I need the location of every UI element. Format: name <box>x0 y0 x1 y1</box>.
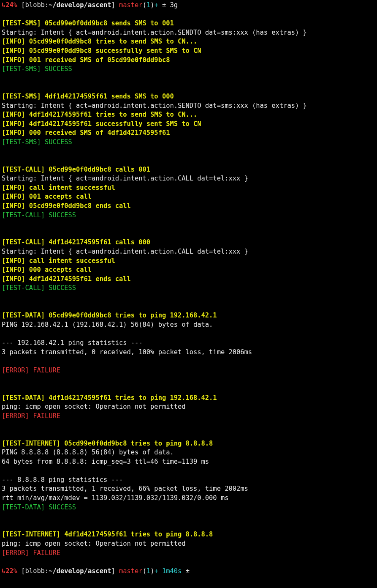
terminal-line <box>2 466 375 476</box>
terminal-line: [TEST-SMS] 4df1d42174595f61 sends SMS to… <box>2 92 375 101</box>
terminal-text: 3 packets transmitted, 0 received, 100% … <box>2 348 252 356</box>
terminal-text: ] <box>111 567 119 575</box>
terminal-line: [TEST-DATA] 4df1d42174595f61 tries to pi… <box>2 394 375 403</box>
terminal-text: ~/develop/ascent <box>49 567 111 575</box>
terminal-text: [INFO] call intent successful <box>2 257 115 265</box>
terminal-line: 3 packets transmitted, 1 received, 66% p… <box>2 484 375 494</box>
terminal-text: 1 <box>146 567 150 575</box>
terminal-line <box>2 512 375 521</box>
terminal-text: [INFO] 000 received SMS of 4df1d42174595… <box>2 129 170 137</box>
terminal-line <box>2 329 375 339</box>
terminal-line: ↳22% [blobb:~/develop/ascent] master(1)+… <box>2 567 375 576</box>
terminal-line <box>2 74 375 83</box>
terminal-line <box>2 147 375 156</box>
terminal-line: [INFO] 001 accepts call <box>2 192 375 202</box>
terminal-text: Starting: Intent { act=android.intent.ac… <box>2 102 307 109</box>
terminal-line: [TEST-DATA] 05cd99e0f0dd9bc8 tries to pi… <box>2 311 375 320</box>
terminal-line <box>2 10 375 19</box>
terminal-line: --- 192.168.42.1 ping statistics --- <box>2 339 375 348</box>
terminal-line: [TEST-SMS] SUCCESS <box>2 138 375 147</box>
terminal-line: Starting: Intent { act=android.intent.ac… <box>2 247 375 257</box>
terminal-line <box>2 558 375 567</box>
terminal-text: Starting: Intent { act=android.intent.ac… <box>2 29 307 36</box>
terminal-text: ] <box>111 1 119 9</box>
terminal-line: Starting: Intent { act=android.intent.ac… <box>2 101 375 111</box>
terminal-line: [TEST-CALL] SUCCESS <box>2 284 375 293</box>
terminal-line: [INFO] 05cd99e0f0dd9bc8 successfully sen… <box>2 46 375 56</box>
terminal-line: Starting: Intent { act=android.intent.ac… <box>2 174 375 183</box>
terminal-text: ↳24% <box>2 1 17 9</box>
terminal-text: [TEST-DATA] SUCCESS <box>2 503 76 511</box>
terminal-line: [TEST-DATA] SUCCESS <box>2 503 375 512</box>
terminal-output[interactable]: ↳24% [blobb:~/develop/ascent] master(1)+… <box>0 0 377 577</box>
terminal-line <box>2 293 375 302</box>
terminal-text: [ERROR] FAILURE <box>2 366 60 374</box>
terminal-text: [TEST-SMS] 4df1d42174595f61 sends SMS to… <box>2 93 174 100</box>
terminal-text: [TEST-CALL] SUCCESS <box>2 211 76 219</box>
terminal-line: ping: icmp open socket: Operation not pe… <box>2 539 375 549</box>
terminal-line: Starting: Intent { act=android.intent.ac… <box>2 28 375 38</box>
terminal-line <box>2 375 375 384</box>
terminal-line <box>2 302 375 312</box>
terminal-text: [INFO] 4df1d42174595f61 successfully sen… <box>2 120 201 128</box>
terminal-line <box>2 83 375 92</box>
terminal-line: [ERROR] FAILURE <box>2 366 375 375</box>
terminal-text: --- 8.8.8.8 ping statistics --- <box>2 476 123 484</box>
terminal-text: [blobb: <box>17 567 49 575</box>
terminal-line: [INFO] 4df1d42174595f61 tries to send SM… <box>2 110 375 120</box>
terminal-text: [INFO] 05cd99e0f0dd9bc8 successfully sen… <box>2 47 201 55</box>
terminal-text: [INFO] 05cd99e0f0dd9bc8 ends call <box>2 202 131 210</box>
terminal-line: 64 bytes from 8.8.8.8: icmp_seq=3 ttl=46… <box>2 457 375 467</box>
terminal-line <box>2 357 375 366</box>
terminal-text: rtt min/avg/max/mdev = 1139.032/1139.032… <box>2 494 228 502</box>
terminal-text: [TEST-INTERNET] 05cd99e0f0dd9bc8 tries t… <box>2 440 213 447</box>
terminal-text: [ERROR] FAILURE <box>2 412 60 420</box>
terminal-line <box>2 229 375 238</box>
terminal-text: --- 192.168.42.1 ping statistics --- <box>2 339 143 347</box>
terminal-line: ping: icmp open socket: Operation not pe… <box>2 402 375 412</box>
terminal-line: PING 8.8.8.8 (8.8.8.8) 56(84) bytes of d… <box>2 448 375 457</box>
terminal-line <box>2 421 375 430</box>
terminal-text: [INFO] 05cd99e0f0dd9bc8 tries to send SM… <box>2 38 197 45</box>
terminal-line: [INFO] call intent successful <box>2 183 375 193</box>
terminal-text: [ERROR] FAILURE <box>2 549 60 557</box>
terminal-text: [TEST-CALL] 4df1d42174595f61 calls 000 <box>2 238 150 246</box>
terminal-line <box>2 521 375 531</box>
terminal-line <box>2 220 375 229</box>
terminal-text: ↳22% <box>2 567 17 575</box>
terminal-text: Starting: Intent { act=android.intent.ac… <box>2 248 248 255</box>
terminal-line <box>2 156 375 165</box>
terminal-text: ± <box>182 567 190 575</box>
terminal-line: [TEST-INTERNET] 05cd99e0f0dd9bc8 tries t… <box>2 439 375 449</box>
terminal-text: [TEST-SMS] 05cd99e0f0dd9bc8 sends SMS to… <box>2 19 174 27</box>
terminal-line: [TEST-SMS] 05cd99e0f0dd9bc8 sends SMS to… <box>2 19 375 28</box>
terminal-text: [INFO] 4df1d42174595f61 ends call <box>2 275 131 283</box>
terminal-text: [INFO] call intent successful <box>2 184 115 191</box>
terminal-line: PING 192.168.42.1 (192.168.42.1) 56(84) … <box>2 320 375 330</box>
terminal-line: [ERROR] FAILURE <box>2 549 375 558</box>
terminal-text: [TEST-INTERNET] 4df1d42174595f61 tries t… <box>2 531 213 538</box>
terminal-text: [TEST-CALL] 05cd99e0f0dd9bc8 calls 001 <box>2 166 150 173</box>
terminal-line: [INFO] 05cd99e0f0dd9bc8 tries to send SM… <box>2 37 375 46</box>
terminal-line: [INFO] 000 accepts call <box>2 265 375 275</box>
terminal-text: [INFO] 000 accepts call <box>2 266 92 273</box>
terminal-text: ping: icmp open socket: Operation not pe… <box>2 403 186 410</box>
terminal-text: [INFO] 001 accepts call <box>2 193 92 200</box>
terminal-text: 64 bytes from 8.8.8.8: icmp_seq=3 ttl=46… <box>2 458 209 465</box>
terminal-text: ( <box>143 1 146 9</box>
terminal-text: 3 packets transmitted, 1 received, 66% p… <box>2 485 248 492</box>
terminal-line <box>2 384 375 394</box>
terminal-line: rtt min/avg/max/mdev = 1139.032/1139.032… <box>2 494 375 503</box>
terminal-text: [TEST-DATA] 05cd99e0f0dd9bc8 tries to pi… <box>2 312 217 319</box>
terminal-line: [ERROR] FAILURE <box>2 412 375 421</box>
terminal-line: [TEST-CALL] 05cd99e0f0dd9bc8 calls 001 <box>2 165 375 175</box>
terminal-text: ± 3g <box>158 1 178 9</box>
terminal-text: [TEST-CALL] SUCCESS <box>2 284 76 292</box>
terminal-text: 1 <box>146 1 150 9</box>
terminal-line: [INFO] 001 received SMS of 05cd99e0f0dd9… <box>2 56 375 65</box>
terminal-text: [blobb: <box>17 1 49 9</box>
terminal-text: PING 8.8.8.8 (8.8.8.8) 56(84) bytes of d… <box>2 449 174 456</box>
terminal-text: [INFO] 001 received SMS of 05cd99e0f0dd9… <box>2 56 170 64</box>
terminal-line: [TEST-INTERNET] 4df1d42174595f61 tries t… <box>2 530 375 539</box>
terminal-line: [INFO] call intent successful <box>2 257 375 266</box>
